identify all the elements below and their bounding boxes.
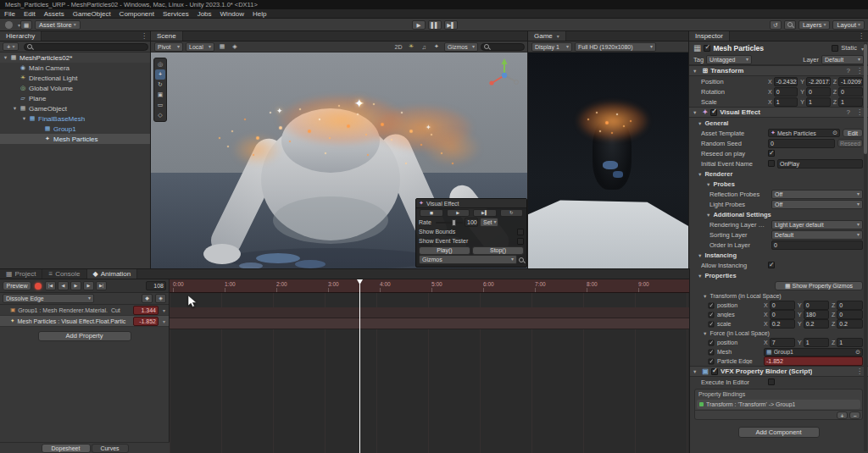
prop-position-z-field[interactable]: 0 xyxy=(837,301,863,310)
record-button[interactable] xyxy=(35,283,42,290)
scrollbar-thumb[interactable] xyxy=(864,44,867,154)
vfx-restart-button[interactable]: ↻ xyxy=(500,209,524,217)
hierarchy-item-main-camera[interactable]: ◉ Main Camera xyxy=(0,63,151,73)
inspector-scrollbar[interactable] xyxy=(864,42,867,451)
force-position-y-field[interactable]: 1 xyxy=(804,338,829,347)
edit-button[interactable]: Edit xyxy=(843,129,863,137)
tab-scene[interactable]: Scene xyxy=(151,31,183,41)
active-checkbox[interactable] xyxy=(704,45,710,52)
component-enabled-checkbox[interactable] xyxy=(710,109,717,116)
foldout-arrow-icon[interactable]: ▼ xyxy=(11,106,19,111)
tab-hierarchy[interactable]: Hierarchy xyxy=(0,31,42,41)
menu-assets[interactable]: Assets xyxy=(40,10,69,18)
orientation-axis-gizmo[interactable] xyxy=(486,56,523,93)
properties-section[interactable]: Properties xyxy=(689,270,868,280)
animated-property-row[interactable]: ✦ Mesh Particles : Visual Effect.Float.P… xyxy=(0,316,169,327)
order-in-layer-field[interactable]: 0 xyxy=(771,240,863,250)
position-y-field[interactable]: -2.20171 xyxy=(806,77,831,86)
show-property-gizmos-button[interactable]: ▦Show Property Gizmos xyxy=(775,281,863,290)
prop-scale-y-field[interactable]: 0.2 xyxy=(804,319,829,329)
light-probes-dropdown[interactable]: Off xyxy=(771,200,863,209)
menu-edit[interactable]: Edit xyxy=(19,10,40,18)
rate-value-field[interactable]: 100 xyxy=(465,218,478,227)
menu-window[interactable]: Window xyxy=(216,10,248,18)
slider-knob[interactable] xyxy=(452,219,456,226)
step-button[interactable]: ▶▌ xyxy=(444,20,458,30)
asset-store-button[interactable]: Asset Store xyxy=(35,20,81,30)
grid-visibility-icon[interactable]: ▦ xyxy=(217,43,227,50)
reseed-on-play-checkbox[interactable] xyxy=(768,150,775,157)
initial-event-field[interactable]: OnPlay xyxy=(777,159,863,168)
initial-event-checkbox[interactable] xyxy=(768,160,775,167)
kebab-icon[interactable]: ⋮ xyxy=(854,31,868,41)
animated-property-row[interactable]: ▣ Group1 : Mesh Renderer.Material._Cut 1… xyxy=(0,305,169,316)
component-enabled-checkbox[interactable] xyxy=(711,368,718,375)
first-key-button[interactable]: |◀ xyxy=(45,281,56,290)
rotate-tool-button[interactable]: ↻ xyxy=(155,80,165,90)
rotation-x-field[interactable]: 0 xyxy=(774,87,798,97)
clip-dropdown[interactable]: Dissolve Edge xyxy=(3,294,94,303)
menu-services[interactable]: Services xyxy=(159,10,193,18)
override-checkbox[interactable] xyxy=(709,312,715,318)
menu-component[interactable]: Component xyxy=(115,10,159,18)
add-binding-button[interactable]: + xyxy=(837,412,848,419)
prop-position-y-field[interactable]: 0 xyxy=(804,301,829,310)
prev-key-button[interactable]: ◀ xyxy=(58,281,69,290)
scene-light-toggle[interactable]: ☀ xyxy=(406,43,416,50)
vfx-play-button[interactable]: ▶ xyxy=(447,209,470,217)
current-frame-field[interactable]: 108 xyxy=(146,281,166,290)
foldout-arrow-icon[interactable] xyxy=(693,367,699,375)
vfx-overlay-titlebar[interactable]: ✦ Visual Effect xyxy=(416,199,526,208)
remove-binding-button[interactable]: − xyxy=(849,412,860,419)
scale-z-field[interactable]: 1 xyxy=(838,97,863,107)
play-animation-button[interactable]: ▶ xyxy=(70,281,81,290)
renderer-section[interactable]: Renderer xyxy=(689,168,868,179)
timeline-body[interactable] xyxy=(170,293,689,453)
menu-gameobject[interactable]: GameObject xyxy=(69,10,115,18)
show-event-tester-checkbox[interactable] xyxy=(517,238,524,245)
reseed-button[interactable]: Reseed xyxy=(837,139,863,147)
property-value-field[interactable]: 1.344 xyxy=(133,306,159,315)
menu-file[interactable]: File xyxy=(0,10,19,18)
property-value-field[interactable]: -1.852 xyxy=(133,317,159,326)
tab-inspector[interactable]: Inspector xyxy=(689,31,730,41)
override-checkbox[interactable] xyxy=(709,321,715,327)
force-position-z-field[interactable]: 1 xyxy=(837,338,863,347)
add-object-button[interactable]: + xyxy=(3,42,19,51)
scale-x-field[interactable]: 1 xyxy=(774,97,798,107)
search-button[interactable] xyxy=(784,20,796,30)
allow-instancing-checkbox[interactable] xyxy=(768,262,775,268)
rotation-z-field[interactable]: 0 xyxy=(838,87,863,97)
scene-effects-toggle[interactable]: ✦ xyxy=(431,43,442,50)
vfx-step-button[interactable]: ▶▌ xyxy=(473,209,497,217)
layers-dropdown[interactable]: Layers xyxy=(798,20,831,30)
move-tool-button[interactable]: + xyxy=(155,69,165,80)
force-position-x-field[interactable]: 7 xyxy=(770,338,795,347)
tab-console[interactable]: ≡Console xyxy=(42,269,86,279)
prop-scale-z-field[interactable]: 0.2 xyxy=(837,319,863,329)
resolution-dropdown[interactable]: Full HD (1920x1080) xyxy=(575,42,656,52)
last-key-button[interactable]: ▶| xyxy=(96,281,107,290)
account-avatar[interactable] xyxy=(5,21,13,29)
rendering-layer-dropdown[interactable]: Light Layer default xyxy=(771,220,863,229)
pause-button[interactable]: ▌▌ xyxy=(428,20,442,30)
random-seed-field[interactable]: 0 xyxy=(768,139,835,148)
scale-tool-button[interactable]: ▣ xyxy=(155,90,165,100)
caret-icon[interactable] xyxy=(161,307,165,313)
probes-section[interactable]: Probes xyxy=(689,179,868,189)
rate-set-dropdown[interactable]: Set xyxy=(480,218,498,227)
add-property-button[interactable]: Add Property xyxy=(38,331,131,341)
foldout-arrow-icon[interactable]: ▼ xyxy=(2,55,9,60)
playhead[interactable] xyxy=(359,279,360,453)
add-event-button[interactable]: ◈ xyxy=(155,294,166,303)
scale-y-field[interactable]: 1 xyxy=(806,97,831,107)
gameobject-name-field[interactable]: Mesh Particles xyxy=(713,44,829,52)
mesh-object-field[interactable]: ▦Group1⊙ xyxy=(764,348,863,356)
sorting-layer-dropdown[interactable]: Default xyxy=(771,230,863,240)
hierarchy-item-gameobject[interactable]: ▼ ▦ GameObject xyxy=(0,103,151,113)
tag-dropdown[interactable]: Untagged xyxy=(706,55,752,64)
scene-search-input[interactable] xyxy=(481,43,525,51)
object-picker-icon[interactable]: ⊙ xyxy=(855,349,860,356)
hierarchy-item-group1[interactable]: ▦ Group1 xyxy=(0,124,151,134)
snap-icon[interactable]: ◈ xyxy=(230,43,240,50)
